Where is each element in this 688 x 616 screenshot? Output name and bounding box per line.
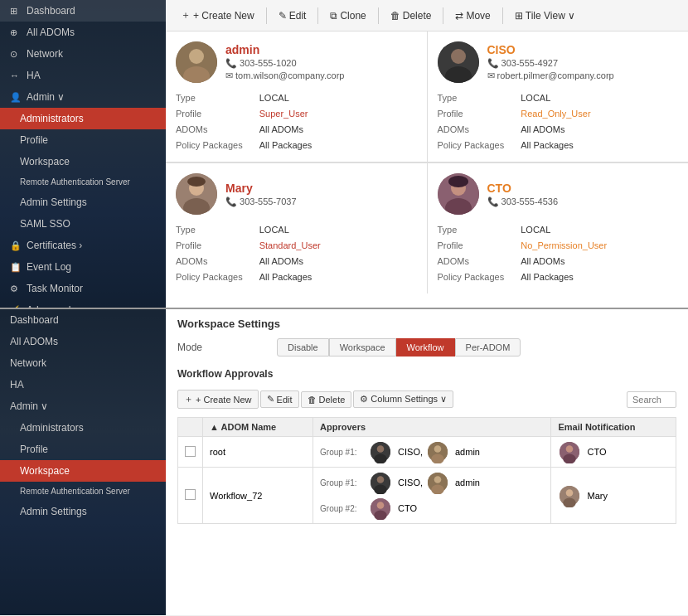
- delete-button[interactable]: 🗑 Delete: [384, 7, 438, 25]
- sidebar-item-event-log[interactable]: 📋 Event Log: [0, 256, 166, 278]
- svg-point-1: [189, 49, 204, 64]
- toolbar-separator-4: [443, 7, 443, 24]
- group-label-2-wf72: Group #2:: [320, 504, 366, 513]
- cto-name: CTO: [487, 182, 559, 195]
- sidebar-item-advanced[interactable]: ⚡ Advanced ∨: [0, 299, 166, 308]
- mode-workspace-button[interactable]: Workspace: [329, 338, 396, 357]
- cto-profile-link[interactable]: No_Permission_User: [521, 239, 678, 252]
- svg-point-21: [566, 445, 574, 453]
- user-tile-ciso: CISO 📞 303-555-4927 ✉ robert.pilmer@comp…: [428, 32, 689, 162]
- wf-create-new-button[interactable]: ＋ + Create New: [177, 390, 259, 409]
- plus-icon: ＋: [181, 8, 191, 22]
- sidebar-item-certificates[interactable]: 🔒 Certificates ›: [0, 235, 166, 256]
- sidebar-bottom-admin[interactable]: Admin ∨: [0, 395, 166, 417]
- event-log-icon: 📋: [10, 262, 22, 273]
- row-email-notif-wf72: Mary: [551, 468, 676, 524]
- svg-point-15: [377, 445, 385, 453]
- wf-column-settings-button[interactable]: ⚙ Column Settings ∨: [353, 390, 453, 408]
- mode-per-adom-button[interactable]: Per-ADOM: [455, 338, 521, 357]
- sidebar-item-all-adoms[interactable]: ⊕ All ADOMs: [0, 22, 166, 43]
- move-icon: ⇄: [455, 10, 463, 22]
- wf-search-input[interactable]: [627, 391, 676, 408]
- wf-edit-button[interactable]: ✎ Edit: [260, 390, 299, 408]
- workspace-settings-title: Workspace Settings: [177, 318, 676, 330]
- row-email-notif-root: CTO: [551, 437, 676, 468]
- table-row: Workflow_72 Group #1: CISO,: [178, 468, 676, 524]
- sidebar-item-profile[interactable]: Profile: [0, 129, 166, 151]
- svg-point-30: [377, 502, 385, 509]
- sidebar-bottom-administrators[interactable]: Administrators: [0, 417, 166, 439]
- mini-avatar-ciso-root: [369, 440, 392, 463]
- mode-workflow-button[interactable]: Workflow: [396, 338, 455, 357]
- admin-fields: Type LOCAL Profile Super_User ADOMs All …: [176, 91, 417, 152]
- edit-button[interactable]: ✎ Edit: [272, 7, 313, 25]
- sidebar-bottom-all-adoms[interactable]: All ADOMs: [0, 331, 166, 352]
- sidebar-bottom-profile[interactable]: Profile: [0, 439, 166, 460]
- avatar-mary: [176, 173, 217, 215]
- avatar-cto: [438, 173, 479, 215]
- tile-view-icon: ⊞: [515, 10, 523, 22]
- user-tile-grid: admin 📞 303-555-1020 ✉ tom.wilson@compan…: [166, 32, 688, 293]
- col-email-notification: Email Notification: [551, 418, 676, 437]
- sidebar-item-admin-settings[interactable]: Admin Settings: [0, 192, 166, 213]
- ciso-profile-link[interactable]: Read_Only_User: [521, 107, 678, 120]
- table-row: root Group #1: CISO,: [178, 437, 676, 468]
- group-label-1-wf72: Group #1:: [320, 478, 366, 487]
- sidebar-item-saml-sso[interactable]: SAML SSO: [0, 213, 166, 235]
- sidebar-bottom-remote-auth[interactable]: Remote Authentication Server: [0, 482, 166, 501]
- cto-notif-root: CTO: [587, 447, 606, 457]
- mode-disable-button[interactable]: Disable: [277, 338, 329, 357]
- mary-phone: 📞 303-555-7037: [225, 196, 297, 207]
- ciso-email: ✉ robert.pilmer@company.corp: [487, 70, 614, 81]
- admin-icon: 👤: [10, 92, 22, 103]
- mini-avatar-admin-root: [426, 440, 449, 463]
- move-button[interactable]: ⇄ Move: [448, 7, 497, 25]
- tile-info-mary: Mary 📞 303-555-7037: [225, 182, 297, 207]
- tile-header-mary: Mary 📞 303-555-7037: [176, 173, 417, 215]
- wf-plus-icon: ＋: [184, 393, 193, 405]
- cto-fields: Type LOCAL Profile No_Permission_User AD…: [438, 223, 679, 284]
- sidebar-bottom-network[interactable]: Network: [0, 352, 166, 374]
- admin-profile-link[interactable]: Super_User: [259, 107, 417, 120]
- sidebar-item-ha[interactable]: ↔ HA: [0, 65, 166, 86]
- approver-cell-wf72: Group #1: CISO, admin: [320, 471, 544, 520]
- sidebar-item-dashboard[interactable]: ⊞ Dashboard: [0, 0, 166, 22]
- user-tile-admin: admin 📞 303-555-1020 ✉ tom.wilson@compan…: [166, 32, 427, 162]
- sidebar-item-task-monitor[interactable]: ⚙ Task Monitor: [0, 278, 166, 299]
- sidebar-item-admin[interactable]: 👤 Admin ∨: [0, 86, 166, 108]
- email-notif-wf72: Mary: [558, 484, 669, 507]
- clone-button[interactable]: ⧉ Clone: [323, 7, 372, 25]
- delete-icon: 🗑: [390, 10, 400, 22]
- col-checkbox: [178, 418, 203, 437]
- ciso-phone: 📞 303-555-4927: [487, 58, 614, 69]
- sidebar-item-network[interactable]: ⊙ Network: [0, 43, 166, 65]
- row-checkbox-wf72[interactable]: [178, 468, 203, 524]
- mini-avatar-admin-wf72: [426, 471, 449, 494]
- sidebar-bottom-admin-settings[interactable]: Admin Settings: [0, 501, 166, 522]
- admin-name-root: admin: [455, 447, 480, 457]
- sidebar-bottom-ha[interactable]: HA: [0, 374, 166, 395]
- mary-profile-link[interactable]: Standard_User: [259, 239, 417, 252]
- sidebar-item-remote-auth[interactable]: Remote Authentication Server: [0, 172, 166, 192]
- wf-delete-button[interactable]: 🗑 Delete: [301, 391, 352, 408]
- avatar-admin: [176, 41, 217, 83]
- mini-avatar-ciso-wf72: [369, 471, 392, 494]
- cto-name-wf72: CTO: [398, 503, 417, 513]
- top-toolbar: ＋ + Create New ✎ Edit ⧉ Clone 🗑 Delete ⇄…: [166, 0, 688, 32]
- sidebar-bottom-dashboard[interactable]: Dashboard: [0, 309, 166, 331]
- adoms-icon: ⊕: [10, 27, 22, 38]
- sidebar-item-administrators[interactable]: Administrators: [0, 108, 166, 129]
- group-label-1-root: Group #1:: [320, 448, 366, 457]
- checkbox-root[interactable]: [185, 446, 196, 457]
- sidebar-bottom-workspace[interactable]: Workspace: [0, 460, 166, 482]
- admin-name-wf72: admin: [455, 478, 480, 487]
- sidebar-bottom: Dashboard All ADOMs Network HA Admin ∨ A…: [0, 309, 166, 615]
- svg-point-9: [187, 177, 206, 187]
- sidebar-item-workspace[interactable]: Workspace: [0, 151, 166, 172]
- checkbox-wf72[interactable]: [185, 489, 196, 500]
- toolbar-separator-5: [502, 7, 503, 24]
- create-new-button[interactable]: ＋ + Create New: [174, 5, 261, 26]
- row-checkbox-root[interactable]: [178, 437, 203, 468]
- tile-view-button[interactable]: ⊞ Tile View ∨: [508, 7, 582, 25]
- mini-avatar-mary-wf72: [558, 484, 581, 507]
